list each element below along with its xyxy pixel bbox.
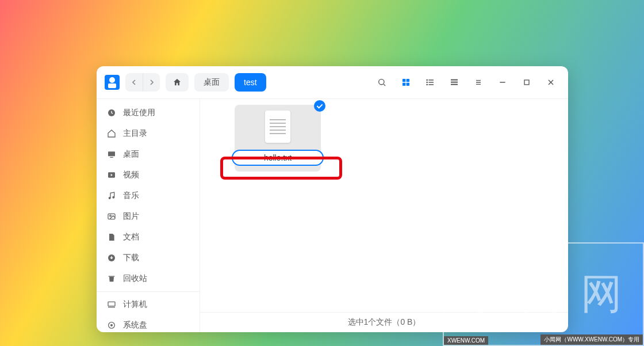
- sidebar-item-label: 图片: [123, 211, 139, 222]
- svg-point-0: [379, 79, 384, 85]
- svg-line-1: [384, 84, 385, 86]
- svg-point-10: [427, 82, 427, 82]
- svg-rect-3: [407, 79, 409, 82]
- svg-point-9: [427, 79, 427, 80]
- back-button[interactable]: [125, 73, 143, 92]
- sidebar-item-label: 文档: [123, 232, 139, 242]
- filename-input[interactable]: hello.txt: [232, 150, 324, 166]
- clock-icon: [107, 108, 116, 117]
- svg-rect-13: [451, 82, 458, 83]
- svg-rect-19: [524, 80, 529, 85]
- svg-rect-14: [451, 84, 458, 85]
- home-icon: [107, 129, 116, 138]
- video-icon: [107, 170, 116, 180]
- disk-icon: [107, 321, 116, 330]
- nav-back-forward: [125, 73, 160, 92]
- sidebar-item-home[interactable]: 主目录: [97, 123, 200, 144]
- app-logo-icon[interactable]: [105, 75, 120, 90]
- sidebar: 最近使用 主目录 桌面 视频 音乐 图片 文档 下载 回收站 计算机 系统盘: [97, 99, 200, 332]
- sidebar-item-label: 系统盘: [123, 320, 147, 330]
- sidebar-item-recent[interactable]: 最近使用: [97, 102, 200, 123]
- svg-rect-2: [402, 79, 405, 82]
- svg-rect-5: [407, 83, 409, 86]
- sidebar-item-label: 回收站: [123, 273, 147, 284]
- view-icons-button[interactable]: [397, 73, 415, 92]
- close-button[interactable]: [542, 73, 560, 92]
- trash-icon: [107, 274, 116, 283]
- svg-point-34: [111, 325, 113, 326]
- sidebar-item-downloads[interactable]: 下载: [97, 248, 200, 268]
- svg-rect-24: [110, 157, 113, 158]
- file-item-selected[interactable]: hello.txt: [235, 105, 321, 172]
- svg-rect-4: [402, 83, 405, 86]
- menu-button[interactable]: [469, 73, 488, 92]
- watermark-footer-right: 小闻网（WWW.XWENW.COM）专用: [540, 334, 643, 345]
- sidebar-item-label: 计算机: [123, 299, 147, 310]
- home-button[interactable]: [166, 73, 189, 92]
- desktop-icon: [107, 150, 116, 159]
- sidebar-item-music[interactable]: 音乐: [97, 185, 200, 206]
- sidebar-item-label: 视频: [123, 170, 139, 180]
- watermark: 小 闻 网 XWENW.COM 小闻网（WWW.XWENW.COM）专用: [443, 242, 644, 346]
- breadcrumb-current[interactable]: test: [235, 73, 266, 92]
- breadcrumb-parent[interactable]: 桌面: [194, 73, 229, 92]
- sidebar-item-trash[interactable]: 回收站: [97, 268, 200, 289]
- selected-check-icon: [314, 100, 325, 112]
- svg-point-29: [110, 215, 112, 216]
- view-list-button[interactable]: [421, 73, 439, 92]
- sidebar-item-label: 下载: [123, 253, 139, 263]
- sidebar-item-desktop[interactable]: 桌面: [97, 144, 200, 165]
- sidebar-item-label: 桌面: [123, 149, 139, 159]
- minimize-button[interactable]: [493, 73, 512, 92]
- sidebar-item-documents[interactable]: 文档: [97, 227, 200, 248]
- sidebar-item-label: 最近使用: [123, 108, 155, 118]
- sidebar-item-label: 音乐: [123, 191, 139, 201]
- maximize-button[interactable]: [518, 73, 536, 92]
- watermark-text: 小 闻 网: [461, 267, 626, 322]
- text-file-icon: [265, 111, 290, 143]
- music-icon: [107, 191, 116, 200]
- sidebar-separator: [97, 291, 200, 292]
- view-compact-button[interactable]: [445, 73, 463, 92]
- sidebar-item-system-disk[interactable]: 系统盘: [97, 315, 200, 332]
- sidebar-item-pictures[interactable]: 图片: [97, 206, 200, 227]
- forward-button[interactable]: [143, 73, 160, 92]
- sidebar-item-videos[interactable]: 视频: [97, 165, 200, 185]
- toolbar: 桌面 test: [97, 66, 568, 99]
- svg-rect-12: [451, 79, 458, 81]
- desktop-wallpaper: 桌面 test 最近使用 主目录 桌面 视频 音乐 图片 文档 下载 回收站: [0, 0, 644, 346]
- sidebar-item-label: 主目录: [123, 128, 147, 139]
- computer-icon: [107, 300, 116, 309]
- svg-point-27: [113, 196, 114, 198]
- svg-point-26: [109, 197, 110, 199]
- sidebar-item-computer[interactable]: 计算机: [97, 294, 200, 315]
- document-icon: [107, 233, 116, 242]
- svg-rect-23: [108, 151, 115, 156]
- svg-rect-31: [108, 302, 115, 306]
- download-icon: [107, 253, 116, 263]
- svg-point-11: [427, 84, 427, 85]
- image-icon: [107, 212, 116, 221]
- watermark-footer-left: XWENW.COM: [444, 336, 488, 345]
- search-button[interactable]: [373, 73, 391, 92]
